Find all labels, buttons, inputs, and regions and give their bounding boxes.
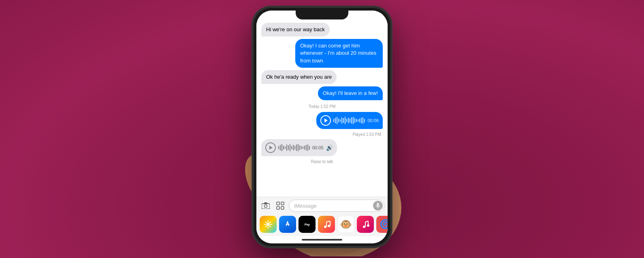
waveform-bar-gray: [306, 145, 307, 150]
audio-duration-received: 00:05: [312, 145, 324, 150]
waveform-bar: [341, 117, 342, 124]
svg-line-29: [326, 221, 330, 222]
message-row-audio-received: 00:05 🔊: [261, 139, 383, 156]
message-input-wrapper: iMessage: [289, 200, 384, 212]
waveform-bar: [359, 118, 360, 123]
timestamp: Today 1:52 PM: [261, 104, 383, 109]
bubble-text-3: Ok he'a ready when you are: [266, 74, 332, 80]
waveform-sent: [333, 116, 365, 125]
waveform-bar: [346, 119, 347, 122]
speaker-icon: 🔊: [326, 144, 333, 151]
app-icon-appstore[interactable]: [279, 216, 296, 233]
applepay-label: Pay: [305, 223, 310, 226]
play-button-sent[interactable]: [320, 115, 331, 126]
waveform-bar: [333, 119, 334, 122]
play-button-received[interactable]: [265, 142, 276, 153]
music2-icon: [361, 220, 370, 229]
waveform-bar-gray: [307, 144, 308, 151]
audio-bubble-received[interactable]: 00:05 🔊: [261, 139, 337, 156]
svg-rect-11: [277, 202, 279, 205]
played-label: Played 1:53 PM: [261, 132, 383, 137]
waveform-bar: [364, 119, 365, 123]
waveform-bar: [358, 119, 358, 122]
waveform-bar: [348, 118, 349, 123]
app-icon-custom[interactable]: 🌀: [376, 216, 388, 233]
mic-button[interactable]: [373, 201, 383, 211]
music-icon: [322, 220, 331, 229]
waveform-bar-gray: [296, 144, 297, 151]
audio-duration-sent: 00:06: [367, 118, 379, 123]
svg-line-22: [266, 222, 267, 223]
home-bar: [302, 239, 342, 241]
waveform-bar-gray: [280, 145, 281, 150]
message-row-audio-sent: 00:06: [261, 112, 383, 129]
svg-point-17: [267, 223, 270, 226]
play-triangle-gray-icon: [269, 146, 273, 150]
message-input[interactable]: iMessage: [289, 200, 384, 212]
svg-point-9: [264, 205, 267, 208]
app-icon-music[interactable]: [318, 216, 335, 233]
message-row-3: Ok he'a ready when you are: [261, 70, 383, 84]
waveform-bar-gray: [281, 144, 282, 151]
waveform-bar-gray: [288, 145, 289, 150]
waveform-bar-gray: [286, 144, 287, 151]
waveform-bar-gray: [304, 146, 305, 150]
photos-icon: [264, 220, 273, 229]
waveform-bar-gray: [298, 144, 299, 151]
app-icon-bitmoji[interactable]: 🐵: [337, 216, 354, 233]
waveform-bar: [361, 118, 362, 123]
waveform-bar-gray: [309, 146, 310, 150]
svg-rect-10: [264, 202, 267, 204]
message-row-4: Okay! I'll leave in a few!: [261, 86, 383, 100]
svg-line-33: [365, 221, 368, 222]
waveform-bar-gray: [278, 146, 279, 149]
message-row-1: Hi we're on our way back: [261, 23, 383, 37]
bitmoji-icon: 🐵: [340, 219, 352, 230]
app-icon-applepay[interactable]: Pay: [299, 216, 316, 233]
waveform-bar: [337, 117, 337, 124]
waveform-bar-gray: [301, 146, 302, 149]
custom-icon: 🌀: [380, 219, 388, 230]
svg-rect-14: [281, 206, 284, 209]
notch: [296, 11, 348, 19]
appstore-icon: [276, 202, 284, 210]
waveform-bar: [363, 117, 363, 124]
waveform-bar: [356, 119, 357, 122]
svg-line-23: [270, 226, 271, 227]
app-icon-photos[interactable]: [260, 216, 277, 233]
bubble-received-1: Hi we're on our way back: [261, 23, 330, 37]
camera-button[interactable]: [260, 200, 272, 212]
waveform-bar-gray: [293, 145, 294, 150]
input-area: iMessage: [256, 197, 388, 214]
appstore-button[interactable]: [274, 200, 286, 212]
svg-rect-12: [281, 202, 284, 205]
waveform-bar-gray: [283, 146, 284, 150]
iphone: Hi we're on our way back Okay! I can com…: [253, 7, 391, 247]
waveform-bar-gray: [285, 146, 286, 149]
waveform-bar: [335, 118, 336, 123]
audio-bubble-sent[interactable]: 00:06: [316, 112, 383, 129]
bubble-text-2: Okay! I can come get him whenever - I'm …: [300, 43, 376, 63]
home-indicator-area: [256, 236, 388, 243]
waveform-bar-gray: [291, 146, 292, 149]
waveform-bar: [350, 118, 350, 123]
svg-line-24: [270, 222, 271, 223]
message-row-2: Okay! I can come get him whenever - I'm …: [261, 39, 383, 68]
messages-screen: Hi we're on our way back Okay! I can com…: [256, 11, 388, 243]
app-icon-music2[interactable]: [357, 216, 374, 233]
waveform-bar: [340, 119, 341, 122]
scene: Hi we're on our way back Okay! I can com…: [0, 0, 644, 258]
raise-to-talk-label: Raise to talk: [261, 159, 383, 164]
bubble-sent-2: Okay! I can come get him whenever - I'm …: [295, 39, 383, 68]
iphone-screen: Hi we're on our way back Okay! I can com…: [256, 11, 388, 243]
waveform-bar-gray: [294, 146, 295, 150]
play-triangle-icon: [324, 118, 328, 123]
mic-icon: [376, 203, 380, 209]
waveform-bar: [343, 118, 344, 123]
svg-line-25: [266, 226, 267, 227]
waveform-bar: [345, 117, 345, 124]
svg-rect-13: [277, 206, 279, 209]
bubble-text-1: Hi we're on our way back: [266, 26, 325, 32]
svg-point-35: [367, 224, 369, 227]
waveform-received: [278, 144, 310, 152]
